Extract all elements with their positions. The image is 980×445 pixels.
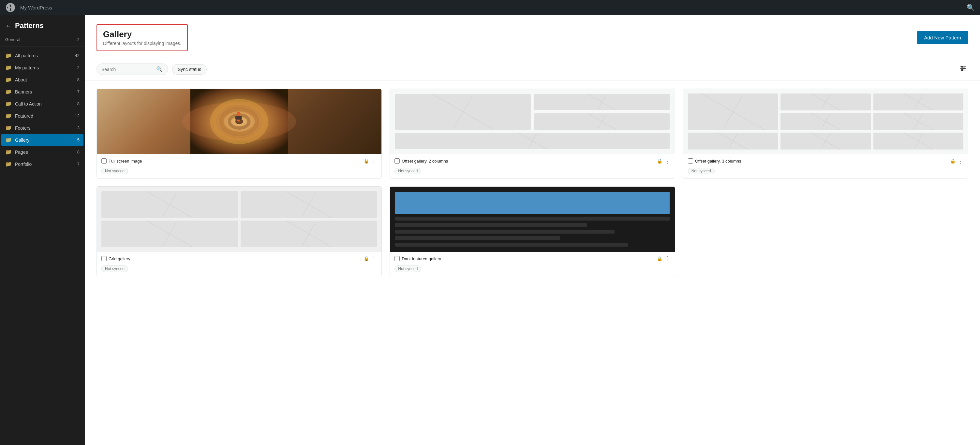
pattern-card-dark-gallery[interactable]: Dark featured gallery 🔒 ⋮ Not synced xyxy=(390,186,675,276)
lock-icon-grid-4: 🔒 xyxy=(364,256,369,261)
b-pb-2 xyxy=(240,191,377,218)
pattern-card-offset-2col[interactable]: Offset gallery, 2 columns 🔒 ⋮ Not synced xyxy=(390,89,675,179)
pattern-card-footer-offset-2col: Offset gallery, 2 columns 🔒 ⋮ xyxy=(390,154,675,168)
staircase-image xyxy=(97,89,382,154)
sidebar-label-footers: Footers xyxy=(15,125,70,131)
lock-icon-offset-3col: 🔒 xyxy=(950,158,956,163)
site-name: My WordPress xyxy=(20,5,52,10)
pattern-card-footer-offset-3col: Offset gallery, 3 columns 🔒 ⋮ xyxy=(683,154,968,168)
sync-badge-dark-gallery: Not synced xyxy=(395,266,421,272)
folder-icon-footers: 📁 xyxy=(5,125,12,131)
sidebar-count-about: 8 xyxy=(73,77,80,82)
pattern-checkbox-grid-4[interactable] xyxy=(102,256,107,261)
staircase-svg xyxy=(97,89,382,154)
sync-badge-full-screen: Not synced xyxy=(102,168,128,174)
pattern-card-footer-dark-gallery: Dark featured gallery 🔒 ⋮ xyxy=(390,252,675,266)
placeholder-block-3 xyxy=(534,113,670,129)
page-header: Gallery Different layouts for displaying… xyxy=(85,15,980,58)
sidebar-item-about[interactable]: 📁 About 8 xyxy=(0,74,85,86)
sidebar-item-gallery[interactable]: 📁 Gallery 5 xyxy=(1,134,83,146)
b-pb-1 xyxy=(102,191,238,218)
sidebar-label-all-patterns: All patterns xyxy=(15,53,70,58)
sidebar-label-about: About xyxy=(15,77,70,82)
pb-5 xyxy=(873,113,963,130)
sync-badge-offset-3col: Not synced xyxy=(688,168,714,174)
dark-preview-img xyxy=(395,192,669,214)
filter-icon xyxy=(960,65,966,72)
sidebar-item-footers[interactable]: 📁 Footers 3 xyxy=(0,122,85,134)
more-icon-full-screen[interactable]: ⋮ xyxy=(371,157,377,165)
toolbar: 🔍 Sync status xyxy=(85,58,980,81)
pattern-card-full-screen-image[interactable]: Full screen image 🔒 ⋮ Not synced xyxy=(97,89,382,179)
sidebar-label-my-patterns: My patterns xyxy=(15,65,70,70)
folder-icon-my: 📁 xyxy=(5,65,12,71)
pattern-name-offset-3col: Offset gallery, 3 columns xyxy=(695,158,948,163)
pattern-checkbox-dark-gallery[interactable] xyxy=(395,256,400,261)
sidebar-item-my-patterns[interactable]: 📁 My patterns 2 xyxy=(0,62,85,74)
sidebar-count-call-to-action: 8 xyxy=(73,101,80,106)
sidebar-item-call-to-action[interactable]: 📁 Call to Action 8 xyxy=(0,98,85,110)
general-label: General xyxy=(5,37,20,42)
pattern-preview-full-screen-image xyxy=(97,89,382,154)
admin-search-icon[interactable]: 🔍 xyxy=(967,3,975,11)
sidebar-count-all-patterns: 42 xyxy=(73,53,80,58)
svg-point-9 xyxy=(229,115,249,128)
sidebar-count-featured: 12 xyxy=(73,113,80,118)
sidebar-item-all-patterns[interactable]: 📁 All patterns 42 xyxy=(0,49,85,62)
sync-status-button[interactable]: Sync status xyxy=(172,64,207,74)
page-header-title-block: Gallery Different layouts for displaying… xyxy=(97,24,188,51)
lock-icon-dark-gallery: 🔒 xyxy=(657,256,662,261)
more-icon-grid-4[interactable]: ⋮ xyxy=(371,255,377,262)
main-content: Gallery Different layouts for displaying… xyxy=(85,15,980,445)
sidebar-count-my-patterns: 2 xyxy=(73,65,80,70)
pattern-checkbox-offset-3col[interactable] xyxy=(688,158,693,163)
pattern-name-offset-2col: Offset gallery, 2 columns xyxy=(402,158,655,163)
more-icon-offset-3col[interactable]: ⋮ xyxy=(958,157,963,165)
placeholder-block-4 xyxy=(395,133,669,149)
sync-badge-grid-4: Not synced xyxy=(102,266,128,272)
pattern-preview-dark-gallery xyxy=(390,187,675,252)
svg-point-10 xyxy=(235,119,243,124)
sidebar-header: ← Patterns xyxy=(0,15,85,35)
pb-2 xyxy=(781,93,870,111)
svg-rect-6 xyxy=(190,89,288,154)
folder-icon-portfolio: 📁 xyxy=(5,161,12,167)
lock-icon-offset-2col: 🔒 xyxy=(657,158,662,163)
sync-badge-offset-2col: Not synced xyxy=(395,168,421,174)
filter-button[interactable] xyxy=(958,63,968,75)
add-new-pattern-button[interactable]: Add New Pattern xyxy=(917,31,968,44)
pattern-card-offset-3col[interactable]: Offset gallery, 3 columns 🔒 ⋮ Not synced xyxy=(683,89,968,179)
sidebar-count-footers: 3 xyxy=(73,125,80,130)
sidebar-item-featured[interactable]: 📁 Featured 12 xyxy=(0,110,85,122)
sidebar-item-pages[interactable]: 📁 Pages 8 xyxy=(0,146,85,158)
pattern-name-full-screen: Full screen image xyxy=(108,158,361,163)
sidebar-count-banners: 7 xyxy=(73,89,80,94)
more-icon-offset-2col[interactable]: ⋮ xyxy=(664,157,670,165)
search-icon: 🔍 xyxy=(156,66,163,72)
four-block-preview xyxy=(97,187,382,252)
pattern-checkbox-full-screen[interactable] xyxy=(102,158,107,163)
pattern-checkbox-offset-2col[interactable] xyxy=(395,158,400,163)
more-icon-dark-gallery[interactable]: ⋮ xyxy=(664,255,670,262)
sidebar-label-banners: Banners xyxy=(15,89,70,95)
folder-icon: 📁 xyxy=(5,52,12,59)
sidebar-back-button[interactable]: ← xyxy=(5,22,12,29)
three-col-grid-preview xyxy=(683,89,968,154)
sidebar-label-pages: Pages xyxy=(15,149,70,155)
search-box[interactable]: 🔍 xyxy=(97,63,168,75)
pattern-card-footer-grid-4: Grid gallery 🔒 ⋮ xyxy=(97,252,382,266)
sidebar-item-banners[interactable]: 📁 Banners 7 xyxy=(0,86,85,98)
pattern-card-grid-4[interactable]: Grid gallery 🔒 ⋮ Not synced xyxy=(97,186,382,276)
pattern-card-footer-full-screen: Full screen image 🔒 ⋮ xyxy=(97,154,382,168)
sidebar-general-section: General 2 xyxy=(0,35,85,44)
sidebar-title: Patterns xyxy=(15,22,44,30)
sidebar-count-pages: 8 xyxy=(73,149,80,154)
pattern-name-grid-4: Grid gallery xyxy=(108,257,361,261)
placeholder-block-1 xyxy=(395,94,531,130)
sidebar-label-portfolio: Portfolio xyxy=(15,162,70,167)
sidebar-count-portfolio: 7 xyxy=(73,162,80,166)
sidebar-label-gallery: Gallery xyxy=(15,138,70,143)
patterns-area: Full screen image 🔒 ⋮ Not synced xyxy=(85,81,980,445)
sidebar-item-portfolio[interactable]: 📁 Portfolio 7 xyxy=(0,158,85,170)
search-input[interactable] xyxy=(102,67,154,72)
